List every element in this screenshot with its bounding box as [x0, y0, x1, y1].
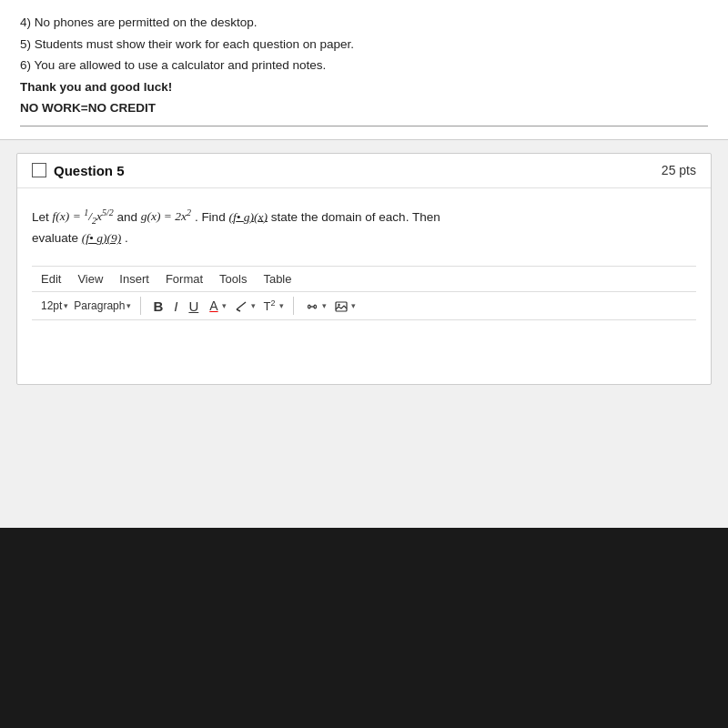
superscript-group[interactable]: T2 ▾ — [261, 298, 284, 314]
paragraph-select[interactable]: Paragraph ▾ — [74, 299, 131, 312]
font-color-chevron: ▾ — [222, 301, 227, 310]
instruction-line8: NO WORK=NO CREDIT — [20, 98, 708, 118]
question-points: 25 pts — [662, 163, 696, 177]
paragraph-chevron: ▾ — [126, 301, 131, 310]
text-period: . — [125, 231, 128, 245]
highlight-group[interactable]: ▾ — [232, 298, 256, 314]
menu-edit[interactable]: Edit — [41, 272, 61, 286]
svg-point-4 — [338, 304, 339, 306]
question-text: Let f(x) = 1/2x5/2 and g(x) = 2x2 . Find… — [32, 205, 696, 249]
image-btn — [332, 298, 350, 314]
link-btn — [303, 298, 321, 314]
text-intro: Let — [32, 209, 53, 223]
question-header: Question 5 25 pts — [17, 154, 711, 188]
underline-button[interactable]: U — [186, 298, 201, 315]
link-group[interactable]: ▾ — [303, 298, 327, 314]
font-color-label: A — [209, 298, 217, 313]
text-and: and — [116, 209, 140, 223]
link-chevron: ▾ — [322, 301, 327, 310]
font-size-chevron: ▾ — [64, 301, 68, 310]
font-color-group[interactable]: A ▾ — [207, 298, 226, 314]
toolbar-divider-2 — [293, 297, 294, 315]
svg-line-0 — [237, 302, 246, 309]
menu-view[interactable]: View — [77, 272, 103, 286]
highlight-chevron: ▾ — [251, 301, 256, 310]
instruction-line4: 4) No phones are permitted on the deskto… — [20, 13, 708, 33]
svg-line-1 — [237, 309, 240, 311]
superscript-btn: T2 — [261, 298, 278, 314]
menu-format[interactable]: Format — [166, 272, 203, 286]
editor-menubar: Edit View Insert Format Tools Table — [32, 266, 696, 292]
text-evaluate: evaluate — [32, 231, 82, 245]
menu-tools[interactable]: Tools — [219, 272, 247, 286]
bold-button[interactable]: B — [150, 298, 166, 315]
math-fog2: (f• g)(9) — [82, 231, 121, 245]
image-chevron: ▾ — [351, 301, 356, 310]
menu-table[interactable]: Table — [263, 272, 291, 286]
image-group[interactable]: ▾ — [332, 298, 356, 314]
question-card-wrapper: Question 5 25 pts Let f(x) = 1/2x5/2 and… — [0, 140, 728, 398]
text-find: . Find — [195, 209, 229, 223]
menu-insert[interactable]: Insert — [119, 272, 149, 286]
font-color-btn: A — [207, 298, 220, 314]
paragraph-value: Paragraph — [74, 299, 125, 312]
math-fog: (f• g)(x) — [228, 209, 268, 223]
editor-toolbar: 12pt ▾ Paragraph ▾ B I U A — [32, 292, 696, 320]
instruction-line5: 5) Students must show their work for eac… — [20, 35, 708, 55]
black-bar — [0, 528, 728, 728]
toolbar-divider-1 — [140, 297, 141, 315]
text-domain: state the domain of each. Then — [271, 209, 440, 223]
superscript-chevron: ▾ — [279, 301, 284, 310]
instruction-line6: 6) You are allowed to use a calculator a… — [20, 56, 708, 76]
editor-content-area[interactable] — [32, 320, 696, 375]
math-gx: g(x) = 2x2 — [141, 209, 191, 223]
font-size-value: 12pt — [41, 299, 62, 312]
question-checkbox[interactable] — [32, 163, 46, 177]
question-title: Question 5 — [32, 163, 125, 178]
highlight-btn — [232, 298, 250, 314]
instruction-line7: Thank you and good luck! — [20, 77, 708, 97]
question-card: Question 5 25 pts Let f(x) = 1/2x5/2 and… — [16, 153, 712, 385]
question-body: Let f(x) = 1/2x5/2 and g(x) = 2x2 . Find… — [17, 188, 711, 384]
font-size-select[interactable]: 12pt ▾ — [41, 299, 68, 312]
italic-button[interactable]: I — [171, 298, 180, 315]
question-number: Question 5 — [54, 163, 125, 178]
section-divider — [20, 126, 708, 126]
math-fx: f(x) = 1/2x5/2 — [53, 209, 114, 223]
